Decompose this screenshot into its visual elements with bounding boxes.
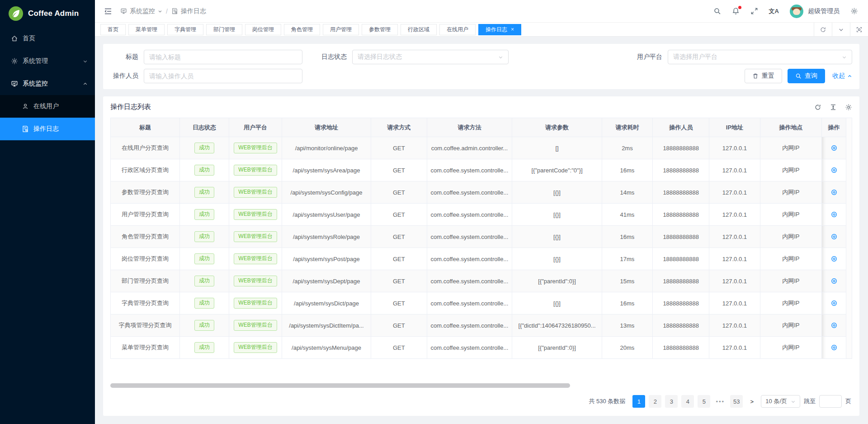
page-button[interactable]: 2	[649, 395, 661, 408]
view-detail-eye-icon[interactable]	[830, 211, 838, 218]
sidebar-item-online-users[interactable]: 在线用户	[0, 95, 95, 118]
view-detail-eye-icon[interactable]	[830, 189, 838, 196]
cell-platform: WEB管理后台	[229, 204, 282, 226]
total-count: 共 530 条数据	[589, 397, 625, 405]
tab[interactable]: 用户管理	[323, 24, 359, 35]
cell-actions	[822, 270, 846, 292]
cell-ip: 127.0.0.1	[709, 314, 760, 337]
page-button[interactable]: 4	[681, 395, 694, 408]
tab-label: 字典管理	[175, 26, 196, 33]
log-table: 标题 日志状态 用户平台 请求地址 请求方式 请求	[110, 118, 846, 359]
cell-actions	[822, 159, 846, 181]
cell-location: 内网IP	[760, 137, 822, 159]
tab[interactable]: 部门管理	[206, 24, 242, 35]
tab[interactable]: 岗位管理	[245, 24, 281, 35]
page-jump: 跳至 页	[804, 395, 851, 408]
cell-duration: 14ms	[602, 181, 652, 204]
breadcrumb-item-monitor[interactable]: 系统监控	[120, 7, 162, 15]
page-button[interactable]: 1	[632, 395, 645, 408]
operator-input[interactable]	[144, 69, 302, 83]
platform-badge: WEB管理后台	[234, 165, 277, 176]
tab-close-icon[interactable]: ×	[511, 26, 514, 33]
cell-request-verb: GET	[371, 270, 427, 292]
tab-label: 部门管理	[213, 26, 235, 33]
horizontal-scrollbar-thumb[interactable]	[110, 383, 570, 388]
user-menu[interactable]: 超级管理员	[790, 5, 840, 18]
app-logo[interactable]: Coffee Admin	[0, 0, 95, 27]
table-row: 字典管理分页查询 成功 WEB管理后台 /api/system/sysDict/…	[111, 292, 846, 314]
cell-request-url: /api/system/sysConfig/page	[282, 181, 371, 204]
cell-location: 内网IP	[760, 314, 822, 337]
fullscreen-icon[interactable]	[750, 7, 758, 15]
page-button[interactable]: 53	[730, 395, 743, 408]
cell-request-params: [{"parentId":0}]	[512, 270, 602, 292]
collapse-filter-link[interactable]: 收起	[832, 72, 852, 80]
next-page-button[interactable]: >	[746, 395, 757, 408]
cell-request-method: com.coffee.system.controlle...	[427, 292, 512, 314]
refresh-icon[interactable]	[814, 23, 832, 36]
refresh-icon[interactable]	[814, 104, 821, 111]
column-settings-gear-icon[interactable]	[845, 104, 852, 111]
vertical-scrollbar-track[interactable]	[846, 118, 852, 359]
translate-icon[interactable]: 文A	[769, 7, 779, 15]
page-button[interactable]: 5	[698, 395, 710, 408]
breadcrumb-item-operation-log: 操作日志	[171, 7, 206, 15]
view-detail-eye-icon[interactable]	[830, 167, 838, 174]
log-status-select[interactable]: 请选择日志状态	[352, 50, 509, 64]
tab[interactable]: 在线用户	[439, 24, 476, 35]
view-detail-eye-icon[interactable]	[830, 144, 838, 152]
tab[interactable]: 行政区域	[401, 24, 437, 35]
cell-ip: 127.0.0.1	[709, 270, 760, 292]
view-detail-eye-icon[interactable]	[830, 300, 838, 307]
search-button[interactable]: 查询	[788, 69, 825, 83]
sidebar-submenu-monitor: 在线用户 操作日志	[0, 95, 95, 140]
tab[interactable]: 首页	[100, 24, 126, 35]
title-input[interactable]	[144, 50, 302, 64]
jump-page-input[interactable]	[819, 395, 842, 408]
log-status-label: 日志状态	[319, 53, 352, 61]
notification-bell-icon[interactable]	[732, 7, 740, 15]
cell-title: 菜单管理分页查询	[111, 337, 180, 359]
view-detail-eye-icon[interactable]	[830, 233, 838, 240]
page-size-select[interactable]: 10 条/页	[761, 395, 800, 408]
column-header: 操作人员	[653, 118, 709, 137]
chevron-down-icon[interactable]	[832, 23, 850, 36]
cell-request-url: /api/system/sysMenu/page	[282, 337, 371, 359]
row-density-icon[interactable]	[830, 104, 837, 111]
cell-ip: 127.0.0.1	[709, 337, 760, 359]
sidebar-item-system-monitor[interactable]: 系统监控	[0, 72, 95, 95]
cell-title: 岗位管理分页查询	[111, 248, 180, 270]
sidebar-item-operation-log[interactable]: 操作日志	[0, 118, 95, 140]
cell-request-verb: GET	[371, 248, 427, 270]
sidebar-item-system-management[interactable]: 系统管理	[0, 50, 95, 72]
maximize-icon[interactable]	[850, 23, 868, 36]
search-icon	[795, 73, 802, 79]
cell-request-params: [{}]	[512, 181, 602, 204]
page-button[interactable]: 3	[665, 395, 678, 408]
column-header: 请求参数	[512, 118, 602, 137]
settings-gear-icon[interactable]	[850, 7, 858, 15]
tabbar: 首页 菜单管理 字典管理 部门管理	[95, 23, 868, 37]
cell-request-params: [{"parentId":0}]	[512, 337, 602, 359]
cell-status: 成功	[179, 137, 229, 159]
field-operator: 操作人员	[110, 69, 302, 83]
cell-operator: 18888888888	[653, 314, 709, 337]
view-detail-eye-icon[interactable]	[830, 255, 838, 262]
menu-fold-icon[interactable]	[104, 7, 112, 15]
view-detail-eye-icon[interactable]	[830, 322, 838, 329]
cell-platform: WEB管理后台	[229, 137, 282, 159]
tab[interactable]: 参数管理	[362, 24, 398, 35]
view-detail-eye-icon[interactable]	[830, 344, 838, 351]
tab[interactable]: 字典管理	[167, 24, 203, 35]
user-platform-select[interactable]: 请选择用户平台	[668, 50, 852, 64]
tab[interactable]: 角色管理	[284, 24, 320, 35]
tab[interactable]: 操作日志 ×	[478, 24, 521, 35]
sidebar-item-home[interactable]: 首页	[0, 27, 95, 50]
jump-suffix: 页	[845, 397, 851, 405]
page-button[interactable]: •••	[714, 395, 726, 408]
reset-button[interactable]: 重置	[745, 69, 782, 83]
tab[interactable]: 菜单管理	[128, 24, 165, 35]
breadcrumb-label: 系统监控	[130, 7, 155, 15]
view-detail-eye-icon[interactable]	[830, 277, 838, 285]
search-icon[interactable]	[713, 7, 721, 15]
